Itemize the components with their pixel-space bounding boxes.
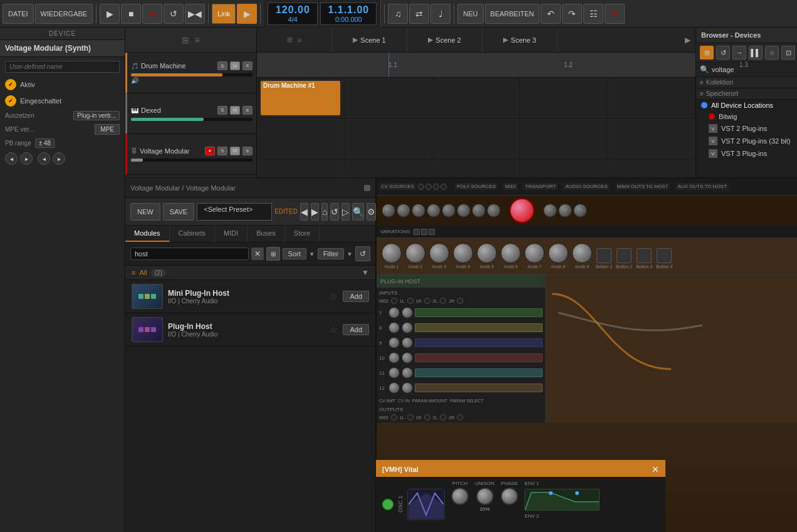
out-midi-port[interactable]: [391, 414, 397, 420]
ch-7-knob-1[interactable]: [388, 307, 400, 318]
synth-settings[interactable]: ⚙: [367, 203, 376, 221]
pitch-knob[interactable]: [451, 488, 469, 505]
vital-close-button[interactable]: ✕: [652, 464, 659, 474]
lk-2[interactable]: [405, 243, 425, 263]
ch-7-bar[interactable]: [415, 308, 543, 317]
extra-knob-2[interactable]: [558, 204, 572, 217]
cv-port-3[interactable]: [433, 184, 439, 190]
lk-5[interactable]: [477, 243, 497, 263]
ch-10-knob-2[interactable]: [402, 352, 413, 363]
browser-search-input[interactable]: [712, 66, 797, 73]
eingeschaltet-toggle[interactable]: ✓: [5, 95, 16, 107]
dm-btn-s[interactable]: S: [217, 61, 227, 70]
lk-7[interactable]: [524, 243, 544, 263]
dm-clip-block-1[interactable]: Drum Machine #1: [261, 81, 340, 115]
all-locations-item[interactable]: All Device Locations 3: [696, 100, 797, 111]
out-2r-port[interactable]: [457, 414, 463, 420]
lk-3[interactable]: [429, 243, 449, 263]
scene-3-play[interactable]: ▶: [503, 36, 508, 44]
tab-buses[interactable]: Buses: [247, 226, 285, 242]
vm-btn-menu[interactable]: ≡: [242, 147, 253, 155]
lk-9[interactable]: [572, 243, 592, 263]
browser-icon-5[interactable]: ○: [765, 46, 779, 60]
scene-scroll-right[interactable]: ▶: [680, 36, 695, 44]
tab-modules[interactable]: Modules: [125, 226, 170, 242]
rack-btn-4[interactable]: [657, 248, 672, 263]
main-knob-8[interactable]: [487, 204, 501, 217]
midi-button[interactable]: ♫: [388, 4, 408, 24]
prev-device2[interactable]: ◂: [38, 152, 50, 165]
dx-btn-menu[interactable]: ≡: [242, 106, 253, 115]
ch-8-knob-1[interactable]: [388, 322, 400, 333]
preset-box[interactable]: <Select Preset>: [197, 203, 272, 221]
kollektion-section[interactable]: ≡ Kollektion: [696, 77, 797, 88]
vm-btn-r[interactable]: ●: [205, 147, 215, 155]
stop-button[interactable]: ■: [121, 4, 141, 24]
prev-preset[interactable]: ◀: [300, 203, 308, 221]
next-device[interactable]: ▸: [20, 152, 33, 165]
ch-8-knob-2[interactable]: [402, 322, 413, 333]
out-2l-port[interactable]: [440, 414, 446, 420]
redo-button[interactable]: ↷: [562, 4, 582, 24]
punch-button[interactable]: ▶◀: [185, 4, 205, 24]
tab-store[interactable]: Store: [285, 226, 320, 242]
ch-11-bar[interactable]: [415, 368, 543, 377]
ch-10-knob-1[interactable]: [388, 352, 400, 363]
scene-1-play[interactable]: ▶: [353, 36, 358, 44]
rack-btn-1[interactable]: [596, 248, 612, 263]
browser-icon-1[interactable]: ⊞: [700, 46, 714, 60]
extra-knob-3[interactable]: [573, 204, 587, 217]
main-knob-1[interactable]: [382, 204, 395, 217]
extra-knob-1[interactable]: [543, 204, 557, 217]
dx-btn-m[interactable]: M: [230, 106, 240, 115]
cv-port-1[interactable]: [418, 184, 424, 190]
host-fav[interactable]: ☆: [330, 325, 338, 335]
main-knob-5[interactable]: [442, 204, 456, 217]
aktiv-toggle[interactable]: ✓: [5, 79, 16, 90]
rack-btn-3[interactable]: [637, 248, 652, 263]
audio-in-1r[interactable]: [424, 298, 430, 304]
lk-6[interactable]: [501, 243, 521, 263]
next-preset[interactable]: ▶: [311, 203, 319, 221]
main-knob-3[interactable]: [412, 204, 425, 217]
lk-8[interactable]: [548, 243, 568, 263]
pb-value[interactable]: ± 48: [35, 138, 55, 148]
user-name-input[interactable]: [5, 61, 120, 73]
loop2-button[interactable]: ⇄: [409, 4, 429, 24]
main-knob-2[interactable]: [397, 204, 410, 217]
lk-4[interactable]: [453, 243, 473, 263]
main-knob-6[interactable]: [457, 204, 471, 217]
bearbeiten-button[interactable]: BEARBEITEN: [485, 4, 540, 24]
midi-in-port[interactable]: [391, 298, 397, 304]
mini-host-fav[interactable]: ☆: [330, 291, 338, 301]
phase-knob[interactable]: [501, 488, 518, 505]
module-search-input[interactable]: [130, 248, 249, 260]
mode-button[interactable]: ▶: [237, 4, 257, 24]
ch-12-bar[interactable]: [415, 383, 543, 392]
metronome-button[interactable]: ♩: [430, 4, 451, 24]
loop-button[interactable]: ↺: [164, 4, 184, 24]
mpe-button[interactable]: MPE: [95, 124, 120, 135]
module-all-row[interactable]: ≡ All (2) ▼: [125, 266, 375, 280]
vm-btn-m[interactable]: M: [230, 147, 240, 155]
tab-cabinets[interactable]: Cabinets: [170, 226, 215, 242]
neu-button[interactable]: NEU: [457, 4, 483, 24]
synth-play[interactable]: ▷: [341, 203, 350, 221]
vst2-32-location-item[interactable]: V VST 2 Plug-ins (32 bit) 0: [696, 135, 797, 147]
new-button[interactable]: NEW: [130, 203, 160, 221]
dx-btn-s[interactable]: S: [217, 106, 227, 115]
ch-8-bar[interactable]: [415, 323, 543, 332]
synth-search[interactable]: 🔍: [352, 203, 364, 221]
prev-device[interactable]: ◂: [5, 152, 18, 165]
play-button[interactable]: ▶: [100, 4, 120, 24]
synth-collapse[interactable]: [364, 185, 370, 191]
unison-knob[interactable]: [476, 488, 494, 505]
ch-11-knob-1[interactable]: [388, 367, 400, 378]
undo-button[interactable]: ↶: [541, 4, 561, 24]
dm-clip-1[interactable]: Drum Machine #1: [257, 78, 345, 118]
cv-port-4[interactable]: [440, 184, 447, 190]
audio-in-1l[interactable]: [407, 298, 414, 304]
record-button[interactable]: ●: [142, 4, 162, 24]
browser-icon-6[interactable]: ⊡: [781, 46, 795, 60]
ch-11-knob-2[interactable]: [402, 367, 413, 378]
